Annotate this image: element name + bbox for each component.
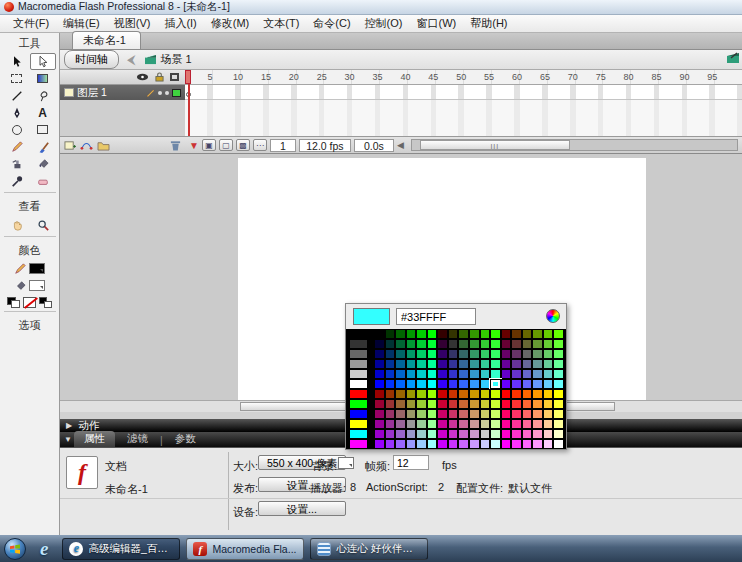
palette-swatch[interactable] [501, 339, 512, 349]
gradient-transform-tool-icon[interactable] [30, 70, 56, 87]
outline-layers-icon[interactable] [170, 73, 179, 81]
edit-scene-button[interactable] [726, 52, 740, 64]
palette-swatch[interactable] [469, 429, 480, 439]
palette-swatch[interactable] [543, 349, 554, 359]
palette-swatch[interactable] [448, 329, 459, 339]
palette-swatch[interactable] [522, 429, 533, 439]
palette-swatch[interactable] [469, 409, 480, 419]
menu-item-9[interactable]: 帮助(H) [463, 14, 514, 33]
palette-swatch[interactable] [406, 379, 417, 389]
palette-swatch[interactable] [532, 369, 543, 379]
layer-outline-color-chip[interactable] [172, 89, 181, 97]
palette-swatch[interactable] [416, 349, 427, 359]
palette-swatch[interactable] [480, 409, 491, 419]
palette-swatch[interactable] [385, 409, 396, 419]
palette-swatch[interactable] [543, 439, 554, 449]
tab-filters[interactable]: 滤镜 [117, 431, 158, 447]
palette-swatch[interactable] [543, 379, 554, 389]
palette-base-swatch[interactable] [349, 419, 368, 429]
palette-swatch[interactable] [543, 429, 554, 439]
palette-swatch[interactable] [406, 339, 417, 349]
palette-swatch[interactable] [543, 419, 554, 429]
palette-swatch[interactable] [511, 429, 522, 439]
palette-swatch[interactable] [406, 329, 417, 339]
menu-item-5[interactable]: 文本(T) [256, 14, 306, 33]
scene-label[interactable]: 场景 1 [161, 52, 192, 67]
palette-swatch[interactable] [522, 369, 533, 379]
palette-swatch[interactable] [522, 419, 533, 429]
palette-swatch[interactable] [480, 429, 491, 439]
palette-swatch[interactable] [448, 409, 459, 419]
palette-swatch[interactable] [480, 419, 491, 429]
device-settings-button[interactable]: 设置... [258, 501, 346, 516]
palette-base-swatch[interactable] [349, 429, 368, 439]
palette-swatch[interactable] [480, 439, 491, 449]
palette-swatch[interactable] [406, 349, 417, 359]
palette-swatch[interactable] [427, 359, 438, 369]
palette-swatch[interactable] [448, 359, 459, 369]
palette-swatch[interactable] [406, 439, 417, 449]
hand-tool-icon[interactable] [4, 216, 30, 233]
palette-swatch[interactable] [543, 389, 554, 399]
palette-swatch[interactable] [490, 389, 501, 399]
palette-swatch[interactable] [385, 349, 396, 359]
eraser-tool-icon[interactable] [30, 172, 56, 189]
palette-swatch[interactable] [511, 339, 522, 349]
background-color-swatch[interactable] [338, 457, 354, 469]
palette-swatch[interactable] [374, 389, 385, 399]
palette-swatch[interactable] [522, 389, 533, 399]
palette-swatch[interactable] [427, 409, 438, 419]
palette-swatch[interactable] [395, 349, 406, 359]
insert-layer-button[interactable] [64, 140, 76, 151]
palette-base-swatch[interactable] [349, 339, 368, 349]
palette-swatch[interactable] [416, 419, 427, 429]
palette-swatch[interactable] [532, 329, 543, 339]
palette-swatch[interactable] [553, 439, 564, 449]
palette-swatch[interactable] [532, 399, 543, 409]
taskbar-button-flash[interactable]: f Macromedia Fla... [186, 538, 304, 560]
palette-swatch[interactable] [458, 379, 469, 389]
palette-swatch[interactable] [437, 399, 448, 409]
palette-swatch[interactable] [532, 389, 543, 399]
palette-swatch[interactable] [416, 439, 427, 449]
palette-swatch[interactable] [543, 409, 554, 419]
palette-swatch[interactable] [480, 379, 491, 389]
layer-visibility-dot[interactable] [158, 91, 162, 95]
palette-swatch[interactable] [490, 439, 501, 449]
palette-swatch[interactable] [416, 369, 427, 379]
palette-swatch[interactable] [490, 409, 501, 419]
palette-base-swatch[interactable] [349, 379, 368, 389]
palette-swatch[interactable] [395, 429, 406, 439]
palette-swatch[interactable] [532, 339, 543, 349]
palette-swatch[interactable] [374, 349, 385, 359]
palette-swatch[interactable] [374, 439, 385, 449]
palette-swatch[interactable] [385, 439, 396, 449]
palette-swatch[interactable] [522, 439, 533, 449]
no-color-button[interactable] [23, 297, 36, 308]
onion-skin-button[interactable]: ▢ [219, 139, 233, 151]
palette-swatch[interactable] [553, 379, 564, 389]
subselection-tool-icon[interactable] [30, 53, 56, 70]
palette-swatch[interactable] [490, 329, 501, 339]
free-transform-tool-icon[interactable] [4, 70, 30, 87]
palette-swatch[interactable] [385, 359, 396, 369]
palette-swatch[interactable] [395, 439, 406, 449]
palette-swatch[interactable] [437, 359, 448, 369]
palette-swatch[interactable] [448, 349, 459, 359]
palette-swatch[interactable] [416, 429, 427, 439]
palette-swatch[interactable] [522, 329, 533, 339]
palette-swatch[interactable] [501, 359, 512, 369]
palette-swatch[interactable] [427, 399, 438, 409]
palette-swatch[interactable] [385, 339, 396, 349]
palette-swatch[interactable] [553, 419, 564, 429]
scroll-left-arrow[interactable]: ◀ [397, 140, 404, 150]
palette-swatch[interactable] [458, 429, 469, 439]
palette-swatch[interactable] [553, 339, 564, 349]
layer-row[interactable]: 图层 1 [60, 85, 185, 100]
palette-swatch[interactable] [395, 389, 406, 399]
palette-swatch[interactable] [448, 429, 459, 439]
palette-swatch[interactable] [480, 349, 491, 359]
collapse-arrow-icon[interactable]: ▶ [66, 421, 72, 430]
palette-swatch[interactable] [490, 399, 501, 409]
lock-layers-icon[interactable] [155, 72, 164, 82]
